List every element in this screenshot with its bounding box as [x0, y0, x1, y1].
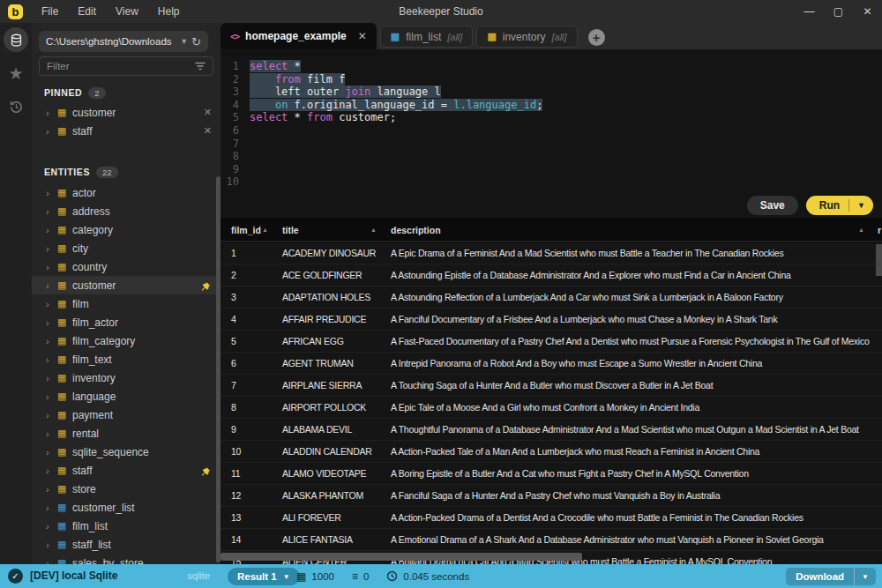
chevron-right-icon[interactable]: ›: [46, 447, 57, 458]
entity-item-customer_list[interactable]: ›▦customer_list: [32, 498, 220, 517]
table-row[interactable]: 8AIRPORT POLLOCKA Epic Tale of a Moose A…: [220, 397, 882, 419]
cell-title[interactable]: AFRICAN EGG: [275, 331, 385, 353]
chevron-right-icon[interactable]: ›: [46, 373, 57, 383]
refresh-icon[interactable]: ↻: [191, 35, 201, 48]
chevron-right-icon[interactable]: ›: [46, 521, 57, 532]
sort-asc-icon[interactable]: ▲: [858, 227, 864, 233]
chevron-right-icon[interactable]: ›: [46, 428, 57, 439]
entity-item-store[interactable]: ›▦store: [32, 480, 220, 498]
download-button[interactable]: Download ▼: [786, 568, 876, 585]
menu-edit[interactable]: Edit: [68, 0, 106, 23]
table-row[interactable]: 3ADAPTATION HOLESA Astounding Reflection…: [220, 287, 882, 309]
entity-item-staff[interactable]: ›▦staff: [32, 461, 220, 480]
table-row[interactable]: 7AIRPLANE SIERRAA Touching Saga of a Hun…: [220, 375, 882, 397]
pin-icon[interactable]: [200, 465, 212, 476]
cell-title[interactable]: ACE GOLDFINGER: [275, 264, 385, 287]
table-row[interactable]: 2ACE GOLDFINGERA Astounding Epistle of a…: [220, 264, 882, 287]
chevron-right-icon[interactable]: ›: [46, 410, 57, 421]
chevron-right-icon[interactable]: ›: [46, 558, 57, 565]
connection-dropdown[interactable]: C:\Users\ghstng\Downloads ▼ ↻: [39, 31, 208, 52]
editor-code[interactable]: select * from film f left outer join lan…: [245, 60, 882, 192]
maximize-icon[interactable]: ▢: [824, 0, 853, 23]
table-row[interactable]: 11ALAMO VIDEOTAPEA Boring Epistle of a B…: [220, 463, 882, 485]
run-dropdown-caret-icon[interactable]: ▼: [849, 201, 873, 210]
pinned-item-staff[interactable]: ›▦staff✕: [32, 122, 220, 140]
entity-item-film[interactable]: ›▦film: [32, 294, 220, 313]
result-selector-button[interactable]: Result 1 ▼: [228, 568, 300, 585]
chevron-right-icon[interactable]: ›: [46, 280, 57, 291]
entity-item-inventory[interactable]: ›▦inventory: [32, 368, 220, 387]
cell-title[interactable]: AIRPLANE SIERRA: [275, 375, 385, 397]
chevron-right-icon[interactable]: ›: [46, 336, 57, 346]
table-row[interactable]: 12ALASKA PHANTOMA Fanciful Saga of a Hun…: [220, 485, 882, 507]
table-row[interactable]: 14ALICE FANTASIAA Emotional Drama of a A…: [220, 529, 882, 551]
cell-title[interactable]: ALAMO VIDEOTAPE: [275, 463, 385, 485]
entity-item-payment[interactable]: ›▦payment: [32, 406, 220, 424]
run-button[interactable]: Run ▼: [806, 196, 873, 215]
chevron-right-icon[interactable]: ›: [46, 502, 57, 513]
chevron-right-icon[interactable]: ›: [46, 108, 57, 118]
cell-title[interactable]: ALASKA PHANTOM: [275, 485, 385, 507]
entity-item-film_list[interactable]: ›▦film_list: [32, 517, 220, 535]
tab-homepage_example[interactable]: <>homepage_example✕: [220, 23, 377, 49]
cell-film-id[interactable]: 11: [220, 463, 275, 485]
cell-description[interactable]: A Intrepid Panorama of a Robot And a Boy…: [385, 353, 879, 375]
new-tab-button[interactable]: +: [588, 29, 605, 46]
entity-item-staff_list[interactable]: ›▦staff_list: [32, 535, 220, 554]
cell-title[interactable]: ALICE FANTASIA: [275, 529, 385, 551]
cell-description[interactable]: A Emotional Drama of a A Shark And a Dat…: [385, 529, 879, 551]
menu-file[interactable]: File: [32, 0, 68, 23]
entity-filter[interactable]: [39, 56, 213, 76]
history-panel-button[interactable]: [0, 90, 32, 123]
cell-film-id[interactable]: 8: [220, 397, 275, 419]
cell-film-id[interactable]: 2: [220, 264, 275, 287]
close-icon[interactable]: ✕: [853, 0, 882, 23]
favorites-panel-button[interactable]: ★: [0, 56, 32, 90]
entity-item-film_category[interactable]: ›▦film_category: [32, 331, 220, 350]
clipped-column-header[interactable]: r: [878, 218, 881, 242]
cell-description[interactable]: A Astounding Epistle of a Database Admin…: [385, 264, 879, 287]
chevron-right-icon[interactable]: ›: [46, 206, 57, 217]
cell-film-id[interactable]: 14: [220, 529, 275, 551]
cell-title[interactable]: AIRPORT POLLOCK: [275, 397, 385, 419]
cell-title[interactable]: ACADEMY DINOSAUR: [275, 242, 385, 264]
download-caret-icon[interactable]: ▼: [855, 573, 876, 581]
entity-item-country[interactable]: ›▦country: [32, 257, 220, 276]
cell-title[interactable]: ALABAMA DEVIL: [275, 419, 385, 441]
entity-item-film_text[interactable]: ›▦film_text: [32, 350, 220, 368]
sidebar-scrollbar[interactable]: [216, 176, 220, 562]
cell-film-id[interactable]: 10: [220, 441, 275, 463]
chevron-right-icon[interactable]: ›: [46, 126, 57, 137]
run-label[interactable]: Run: [806, 199, 848, 212]
chevron-right-icon[interactable]: ›: [46, 354, 57, 365]
cell-description[interactable]: A Action-Packed Drama of a Dentist And a…: [385, 507, 879, 529]
unpin-close-icon[interactable]: ✕: [204, 125, 212, 137]
results-horizontal-scrollbar[interactable]: [220, 553, 582, 561]
sort-asc-icon[interactable]: ▲: [262, 227, 268, 233]
cell-film-id[interactable]: 5: [220, 331, 275, 353]
entity-item-sales_by_store[interactable]: ›▦sales_by_store: [32, 554, 220, 564]
tab-inventory[interactable]: ▦inventory[all]: [476, 26, 577, 48]
chevron-right-icon[interactable]: ›: [46, 465, 57, 476]
chevron-right-icon[interactable]: ›: [46, 391, 57, 402]
cell-description[interactable]: A Fanciful Saga of a Hunter And a Pastry…: [385, 485, 879, 507]
cell-description[interactable]: A Fanciful Documentary of a Frisbee And …: [385, 309, 879, 331]
sort-asc-icon[interactable]: ▲: [370, 227, 377, 233]
cell-title[interactable]: AGENT TRUMAN: [275, 353, 385, 375]
cell-description[interactable]: A Astounding Reflection of a Lumberjack …: [385, 287, 879, 309]
table-row[interactable]: 9ALABAMA DEVILA Thoughtful Panorama of a…: [220, 419, 882, 441]
chevron-right-icon[interactable]: ›: [46, 225, 57, 235]
cell-film-id[interactable]: 13: [220, 507, 275, 529]
entity-item-address[interactable]: ›▦address: [32, 202, 220, 220]
cell-description[interactable]: A Fast-Paced Documentary of a Pastry Che…: [385, 331, 879, 353]
column-header-film_id[interactable]: film_id▲: [220, 218, 275, 242]
entity-item-film_actor[interactable]: ›▦film_actor: [32, 313, 220, 331]
cell-film-id[interactable]: 9: [220, 419, 275, 441]
table-row[interactable]: 1ACADEMY DINOSAURA Epic Drama of a Femin…: [220, 242, 882, 264]
chevron-right-icon[interactable]: ›: [46, 299, 57, 309]
chevron-right-icon[interactable]: ›: [46, 317, 57, 328]
cell-description[interactable]: A Thoughtful Panorama of a Database Admi…: [385, 419, 879, 441]
entity-item-customer[interactable]: ›▦customer: [32, 276, 220, 294]
cell-title[interactable]: AFFAIR PREJUDICE: [275, 309, 385, 331]
cell-film-id[interactable]: 4: [220, 309, 275, 331]
